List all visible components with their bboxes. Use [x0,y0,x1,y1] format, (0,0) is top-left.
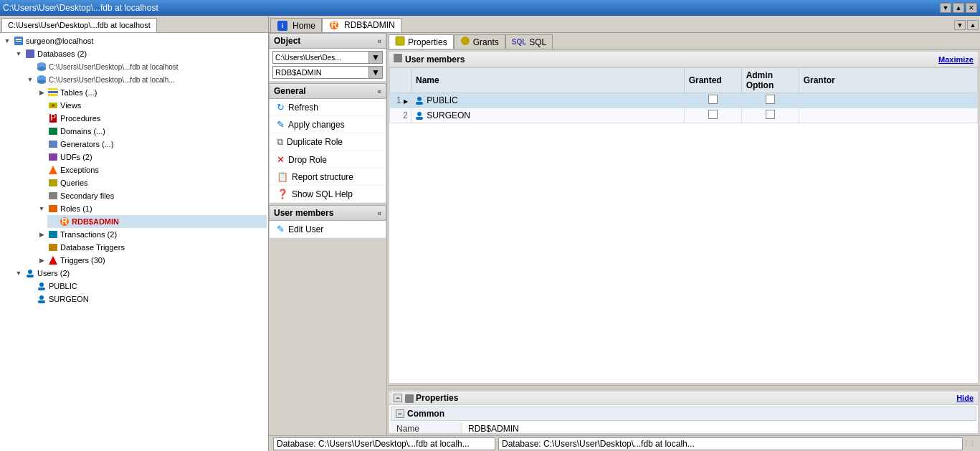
title-bar-text: C:\Users\User\Desktop\...fdb at localhos… [3,3,940,13]
nav-item-drop[interactable]: ✕ Drop Role [270,151,386,168]
svg-rect-27 [49,244,57,251]
h-splitter[interactable] [387,385,980,389]
tab-next-button[interactable]: ▲ [967,20,979,30]
nav-item-sql-help[interactable]: ❓ Show SQL Help [270,186,386,203]
row-2-admin-option[interactable] [741,108,799,123]
left-panel: C:\Users\User\Desktop\...fdb at localhos… [0,16,269,451]
expand-icon [36,242,47,253]
procedures-icon: P [47,113,59,124]
tree-node-databases[interactable]: ▼ Databases (2) [13,47,267,60]
checkbox-admin-1[interactable] [766,95,775,104]
tree-node-db2[interactable]: ▼ C:\Users\User\Desktop\...fdb at localh… [24,73,267,86]
maximize-button[interactable]: ▲ [953,3,964,13]
queries-icon [47,177,59,189]
tab-grants-label: Grants [473,37,499,47]
table-row[interactable]: 2 SURGEON [390,108,978,123]
props-bottom-content: − Common Name RDB$ADMIN [389,405,978,434]
tab-grants[interactable]: Grants [454,34,505,49]
expand-icon: ▶ [36,255,47,266]
tree-node-surgeon-user-label: SURGEON [49,295,89,303]
tree-node-exceptions[interactable]: Exceptions [36,163,267,176]
tree-node-udfs-label: UDFs (2) [60,153,92,161]
props-icon [395,36,405,48]
table-row[interactable]: 1 ▶ PUBLIC [390,93,978,108]
grants-icon [460,36,470,48]
tree-node-generators[interactable]: Generators (...) [36,138,267,151]
exceptions-icon [47,164,59,176]
tree-node-secondary-files[interactable]: Secondary files [36,189,267,202]
checkbox-granted-2[interactable] [708,110,718,119]
row-1-granted[interactable] [684,93,741,108]
user-members-icon [394,54,402,65]
nav-item-edit-user[interactable]: ✎ Edit User [270,221,386,238]
domains-icon [47,125,59,137]
tab-home[interactable]: i Home [270,18,322,32]
common-collapse-btn[interactable]: − [396,409,404,418]
tab-prev-button[interactable]: ▼ [954,20,966,30]
nav-item-apply-label: Apply changes [288,120,345,130]
svg-text:R: R [62,217,68,227]
col-name-label: Name [416,75,439,85]
edit-user-icon: ✎ [277,224,285,234]
tree-node-procedures-label: Procedures [60,114,100,123]
tree-node-udfs[interactable]: UDFs (2) [36,151,267,163]
udfs-icon [47,151,59,163]
nav-db-arrow[interactable]: ▼ [368,52,382,63]
nav-db-dropdown[interactable]: C:\Users\User\Des... ▼ [272,51,383,64]
db-triggers-icon [47,242,59,253]
tree-node-surgeon[interactable]: ▼ surgeon@localhost [1,34,267,47]
row-2-granted[interactable] [684,108,741,123]
tree-node-domains[interactable]: Domains (...) [36,125,267,138]
svg-point-31 [39,283,44,287]
props-bottom-title-wrap: − Properties [394,393,458,403]
nav-item-refresh[interactable]: ↻ Refresh [270,99,386,116]
tree-node-surgeon-user[interactable]: SURGEON [24,293,267,305]
nav-item-duplicate-label: Duplicate Role [287,137,343,147]
checkbox-granted-1[interactable] [708,95,718,104]
hide-link[interactable]: Hide [956,394,974,402]
svg-point-38 [461,37,470,45]
tree-node-rdbadmin[interactable]: R RDB$ADMIN [47,215,267,228]
tree-node-db-triggers[interactable]: Database Triggers [36,241,267,254]
checkbox-admin-2[interactable] [766,110,775,119]
report-icon: 📋 [277,171,288,182]
nav-item-report[interactable]: 📋 Report structure [270,168,386,186]
close-button[interactable]: ✕ [966,3,977,13]
user-members-table-scroll[interactable]: Name Granted Admin Option [389,67,978,383]
tree-node-queries[interactable]: Queries [36,176,267,189]
tree-node-views[interactable]: Views [36,99,267,112]
collapse-button[interactable]: − [394,394,402,402]
col-grantor: Grantor [799,68,977,93]
tree-node-roles[interactable]: ▼ Roles (1) [36,202,267,215]
tree-node-public[interactable]: PUBLIC [24,280,267,293]
expand-icon [36,113,47,124]
tab-properties[interactable]: Properties [389,34,454,49]
maximize-link[interactable]: Maximize [938,55,974,64]
svg-marker-28 [49,256,57,265]
row-2-num: 2 [390,108,411,123]
tree-node-transactions[interactable]: ▶ Transactions (2) [36,228,267,241]
tab-home-label: Home [292,21,315,31]
tab-sql[interactable]: SQL SQL [505,34,553,49]
nav-section-user-members-header[interactable]: User members « [269,205,386,221]
nav-item-apply[interactable]: ✎ Apply changes [270,116,386,133]
nav-item-duplicate[interactable]: ⧉ Duplicate Role [270,133,386,151]
nav-role-arrow[interactable]: ▼ [368,67,382,78]
tree-node-domains-label: Domains (...) [60,127,105,136]
tree-node-db1[interactable]: C:\Users\User\Desktop\...fdb at localhos… [24,60,267,73]
tree-node-triggers[interactable]: ▶ Triggers (30) [36,254,267,267]
nav-section-object-header[interactable]: Object « [269,33,386,49]
col-granted: Granted [684,68,741,93]
nav-role-dropdown[interactable]: RDB$ADMIN ▼ [272,66,383,79]
nav-section-um-collapse: « [377,209,381,217]
tab-rdbadmin[interactable]: R RDB$ADMIN [322,18,401,32]
tree-tab[interactable]: C:\Users\User\Desktop\...fdb at localhos… [1,18,157,32]
row-1-admin-option[interactable] [741,93,799,108]
tree-node-procedures[interactable]: P Procedures [36,112,267,125]
tree-tab-bar: C:\Users\User\Desktop\...fdb at localhos… [0,16,268,33]
sql-tab-icon: SQL [512,38,527,46]
tree-node-users[interactable]: ▼ Users (2) [13,267,267,280]
minimize-button[interactable]: ▼ [940,3,951,13]
nav-section-general-header[interactable]: General « [269,83,386,99]
tree-node-tables[interactable]: ▶ Tables (...) [36,86,267,99]
